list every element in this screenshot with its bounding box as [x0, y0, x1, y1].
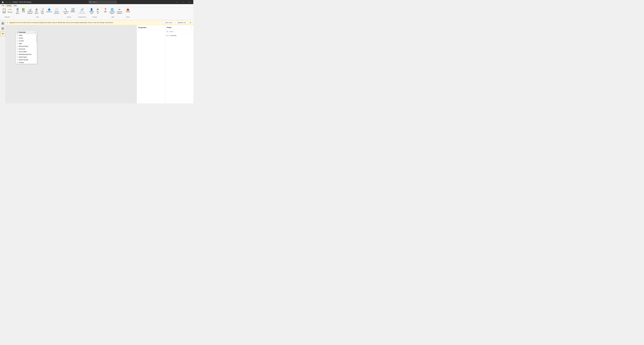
menu-bar: File Home Help	[0, 4, 193, 7]
copy-button[interactable]: ⧉ Copy	[7, 11, 13, 13]
save-icon[interactable]: 💾	[1, 1, 4, 3]
field-name-discounts: Discounts	[19, 48, 25, 50]
field-name-month-number: Month Number	[19, 59, 28, 60]
linguistic-schema-button[interactable]: ✏ Linguisticschema ▾	[116, 8, 123, 15]
field-discount-band[interactable]: ⊞ Discount Band	[16, 45, 37, 48]
svg-rect-3	[3, 23, 4, 24]
field-icon-manufacturing-price: ⊞	[17, 54, 18, 55]
share-content: 📤 Publish	[125, 8, 131, 16]
view-as-button[interactable]: 👁 Viewas	[95, 8, 101, 15]
field-manufacturing-price[interactable]: ⊞ Manufacturing Price	[16, 53, 37, 56]
close-button[interactable]: ✕	[186, 0, 192, 4]
transform-data-button[interactable]: 🔧 Transformdata ▾	[62, 8, 70, 15]
field-month-number[interactable]: ⊞ Month Number	[16, 58, 37, 61]
title-bar-left: 💾 ↩ ↪ Untitled - Power BI Desktop	[1, 1, 31, 3]
publish-button[interactable]: 📤 Publish	[125, 8, 131, 13]
dataverse-icon: 🔷	[48, 8, 51, 11]
qa-button[interactable]: ❓ Q&A	[102, 8, 108, 13]
table-more-button[interactable]: ···	[34, 31, 36, 33]
model-view-button[interactable]	[0, 31, 5, 36]
minimize-button[interactable]: ─	[174, 0, 180, 4]
properties-panel-header: Properties ›	[137, 25, 165, 30]
field-cogs[interactable]: ⊞ COGS	[16, 37, 37, 39]
dataverse-button[interactable]: 🔷 Dataverse	[46, 8, 53, 13]
field-name-discount-band: Discount Band	[19, 45, 28, 47]
financials-table-card[interactable]: ⊞ financials ··· ⊞ Sales ⊞ COGS	[16, 30, 37, 64]
dataverse-label: Dataverse	[46, 11, 52, 13]
field-date[interactable]: ⊞ Date	[16, 42, 37, 45]
cut-button[interactable]: ✂ Cut	[7, 8, 13, 11]
field-icon-gross-sales: ⊞	[17, 51, 18, 52]
relationships-label: Relationships	[78, 16, 86, 18]
field-name-manufacturing-price: Manufacturing Price	[19, 53, 32, 55]
language-setup-button[interactable]: 🌐 Languagesetup ▾	[108, 8, 116, 15]
field-gross-sales[interactable]: ⊞ Gross Sales	[16, 50, 37, 53]
copy-label: Copy	[9, 11, 12, 13]
fields-panel-header: Fields ›	[165, 25, 193, 30]
qa-label: Q&A	[104, 11, 107, 13]
fields-search-input[interactable]	[169, 31, 192, 32]
field-sales[interactable]: ⊞ Sales	[16, 34, 37, 37]
field-name-sales: Sales	[19, 35, 22, 36]
paste-icon: 📋	[2, 8, 6, 12]
publish-label: Publish	[126, 11, 130, 13]
excel-button[interactable]: 📗 Excel	[20, 8, 26, 13]
manage-roles-button[interactable]: 👤 Manageroles	[88, 8, 95, 15]
publish-icon: 📤	[126, 8, 130, 11]
power-bi-datasets-button[interactable]: 📊 Power BIdatasets	[26, 8, 34, 15]
diagram-canvas[interactable]: ⊞ financials ··· ⊞ Sales ⊞ COGS	[6, 25, 136, 103]
fields-panel-close[interactable]: ›	[191, 26, 192, 28]
fields-list: ▶ ⊞ financials	[165, 33, 193, 38]
info-message: Upgrade to the new model view for an imp…	[9, 22, 162, 23]
manage-relationships-label: Managerelationships	[78, 11, 86, 14]
enter-data-icon: 📝	[41, 8, 44, 11]
manage-roles-label: Manageroles	[89, 11, 94, 14]
get-data-button[interactable]: 🗄 Getdata ▾	[15, 8, 20, 15]
fields-table-financials[interactable]: ▶ ⊞ financials	[165, 34, 193, 37]
data-label: Data	[15, 16, 60, 18]
paste-button[interactable]: 📋 Paste	[1, 8, 7, 14]
recent-sources-button[interactable]: 🕐 Recentsources ▾	[53, 8, 60, 15]
fields-table-icon: ⊞	[168, 35, 170, 36]
field-name-month-name: Month Name	[19, 56, 27, 58]
refresh-button[interactable]: 🔄 Refresh	[70, 8, 76, 13]
get-data-icon: 🗄	[16, 8, 19, 11]
share-label: Share	[125, 16, 131, 18]
title-search-box[interactable]: 🔍 Search	[88, 1, 117, 3]
fields-panel-title: Fields	[167, 26, 172, 28]
linguistic-schema-label: Linguisticschema ▾	[117, 11, 122, 14]
field-country[interactable]: ⊞ Country	[16, 39, 37, 42]
menu-file[interactable]: File	[0, 4, 6, 7]
upgrade-now-button[interactable]: Upgrade now	[176, 21, 188, 24]
field-icon-discount-band: ⊞	[17, 45, 18, 47]
sql-server-icon: 🖥	[35, 8, 38, 11]
enter-data-button[interactable]: 📝 Enterdata	[40, 8, 45, 15]
linguistic-schema-icon: ✏	[118, 8, 121, 11]
report-view-button[interactable]	[0, 21, 5, 26]
fields-table-name: financials	[170, 35, 176, 36]
cut-label: Cut	[10, 9, 12, 10]
redo-icon[interactable]: ↪	[9, 1, 11, 3]
field-discounts[interactable]: ⊞ Discounts	[16, 48, 37, 50]
svg-rect-4	[2, 27, 4, 30]
table-name: financials	[19, 31, 26, 33]
undo-icon[interactable]: ↩	[5, 1, 8, 3]
menu-help[interactable]: Help	[12, 4, 18, 7]
sql-server-button[interactable]: 🖥 SQLServer	[34, 8, 39, 15]
field-product[interactable]: ⊞ Product	[16, 61, 37, 64]
title-bar: 💾 ↩ ↪ Untitled - Power BI Desktop 🔍 Sear…	[0, 0, 193, 4]
small-clipboard-buttons: ✂ Cut ⧉ Copy	[7, 8, 13, 13]
maximize-button[interactable]: □	[180, 0, 186, 4]
properties-panel-expand[interactable]: ›	[163, 26, 164, 28]
security-content: 👤 Manageroles 👁 Viewas	[88, 8, 101, 16]
copy-icon: ⧉	[8, 11, 9, 13]
close-banner-button[interactable]: ✕	[189, 21, 192, 24]
table-view-button[interactable]	[0, 26, 5, 31]
language-setup-label: Languagesetup ▾	[109, 11, 115, 14]
learn-more-button[interactable]: Learn more	[163, 21, 174, 24]
menu-home[interactable]: Home	[6, 4, 12, 7]
field-month-name[interactable]: ⊞ Month Name	[16, 56, 37, 58]
view-as-label: Viewas	[96, 11, 99, 14]
field-icon-month-number: ⊞	[17, 59, 18, 60]
scroll-thumb	[36, 34, 37, 42]
